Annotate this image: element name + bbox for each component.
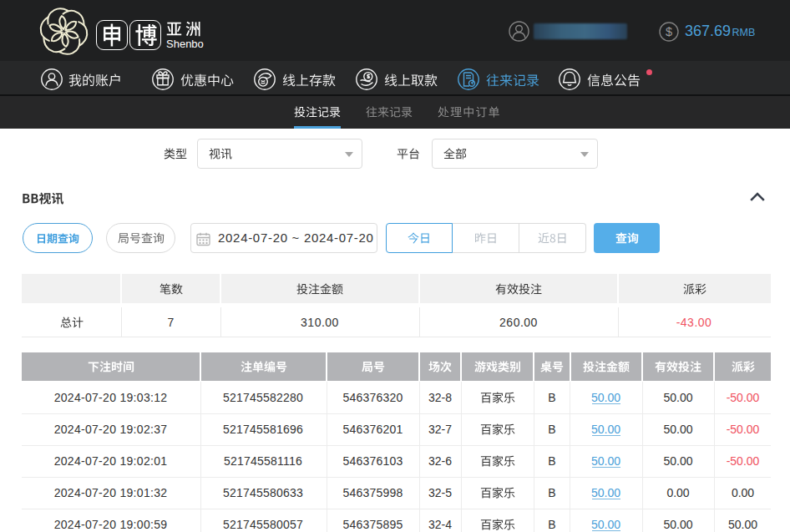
svg-text:$: $	[666, 25, 672, 38]
